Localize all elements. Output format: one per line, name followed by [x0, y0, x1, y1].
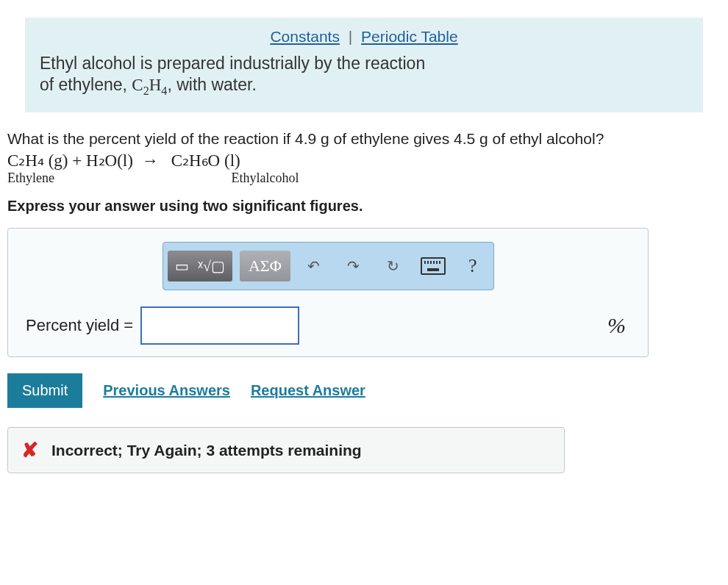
greek-button[interactable]: ΑΣΦ: [240, 251, 290, 281]
feedback-text: Incorrect; Try Again; 3 attempts remaini…: [51, 442, 362, 459]
constants-link[interactable]: Constants: [270, 28, 340, 45]
intro-line1: Ethyl alcohol is prepared industrially b…: [40, 54, 425, 73]
equation-rhs: C₂H₆O (l): [171, 151, 240, 170]
feedback-box: ✘ Incorrect; Try Again; 3 attempts remai…: [7, 427, 565, 473]
equation-arrow: →: [141, 151, 158, 170]
math-toolbar: ▭ ᵡ√▢ ΑΣΦ ↶ ↷ ↻ ?: [163, 242, 494, 290]
keyboard-icon: [421, 257, 446, 275]
submit-button[interactable]: Submit: [7, 373, 82, 408]
previous-answers-link[interactable]: Previous Answers: [103, 382, 230, 399]
intro-line2b: , with water.: [167, 75, 256, 94]
action-row: Submit Previous Answers Request Answer: [7, 373, 721, 408]
template-icon[interactable]: ▭: [171, 257, 193, 275]
equation-lhs: C₂H₄ (g) + H₂O(l): [7, 151, 133, 170]
redo-button[interactable]: ↷: [338, 251, 370, 281]
answer-row: Percent yield = %: [8, 306, 648, 345]
question-text: What is the percent yield of the reactio…: [7, 130, 721, 148]
chemical-equation: C₂H₄ (g) + H₂O(l) → C₂H₆O (l): [7, 151, 721, 171]
instruction-text: Express your answer using two significan…: [7, 198, 721, 215]
link-separator: |: [349, 28, 352, 45]
keyboard-button[interactable]: [417, 251, 449, 281]
undo-button[interactable]: ↶: [298, 251, 330, 281]
answer-unit: %: [607, 313, 626, 338]
label-ethylalcohol: Ethylalcohol: [232, 171, 299, 185]
incorrect-icon: ✘: [21, 438, 38, 462]
root-icon[interactable]: ᵡ√▢: [193, 257, 229, 275]
intro-text: Ethyl alcohol is prepared industrially b…: [40, 53, 688, 98]
intro-box: Constants | Periodic Table Ethyl alcohol…: [25, 18, 703, 112]
periodic-table-link[interactable]: Periodic Table: [361, 28, 458, 45]
request-answer-link[interactable]: Request Answer: [251, 382, 365, 399]
intro-line2a: of ethylene,: [40, 75, 132, 94]
answer-label: Percent yield =: [26, 316, 133, 335]
answer-input[interactable]: [140, 306, 299, 345]
help-button[interactable]: ?: [457, 251, 489, 281]
reset-button[interactable]: ↻: [377, 251, 410, 281]
equation-labels: Ethylene Ethylalcohol: [7, 171, 721, 186]
format-group[interactable]: ▭ ᵡ√▢: [168, 251, 232, 281]
label-ethylene: Ethylene: [7, 171, 228, 186]
answer-box: ▭ ᵡ√▢ ΑΣΦ ↶ ↷ ↻ ? Percent yield = %: [7, 228, 649, 357]
ethylene-formula: C2H4: [132, 76, 167, 94]
reference-links: Constants | Periodic Table: [40, 28, 688, 53]
